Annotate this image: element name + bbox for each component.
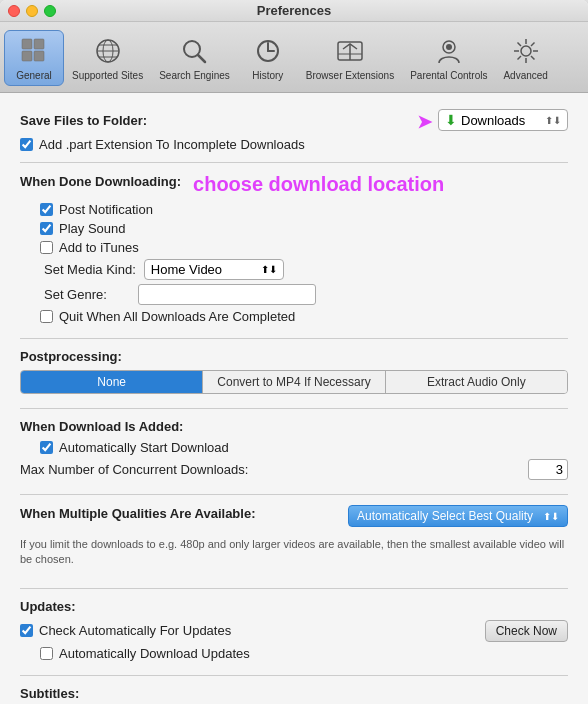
multiple-qualities-section: When Multiple Qualities Are Available: A… xyxy=(20,505,568,574)
quit-when-done-label: Quit When All Downloads Are Completed xyxy=(59,309,295,324)
annotation-arrow: ➤ xyxy=(417,111,432,133)
svg-line-25 xyxy=(531,56,535,60)
toolbar-item-browser-extensions[interactable]: Browser Extensions xyxy=(298,31,402,85)
add-part-checkbox[interactable] xyxy=(20,138,33,151)
media-kind-chevron: ⬆⬇ xyxy=(261,264,277,275)
toolbar-item-advanced[interactable]: Advanced xyxy=(495,31,555,85)
check-now-button[interactable]: Check Now xyxy=(485,620,568,642)
when-added-title: When Download Is Added: xyxy=(20,419,568,434)
parental-controls-icon xyxy=(433,35,465,67)
auto-start-checkbox[interactable] xyxy=(40,441,53,454)
divider-2 xyxy=(20,338,568,339)
supported-sites-icon xyxy=(92,35,124,67)
auto-download-row: Automatically Download Updates xyxy=(20,646,568,661)
max-concurrent-row: Max Number of Concurrent Downloads: xyxy=(20,459,568,480)
toolbar-label-browser-extensions: Browser Extensions xyxy=(306,70,394,81)
postprocessing-segmented: None Convert to MP4 If Necessary Extract… xyxy=(20,370,568,394)
updates-title: Updates: xyxy=(20,599,568,614)
svg-rect-3 xyxy=(34,51,44,61)
when-done-title: When Done Downloading: xyxy=(20,174,181,189)
svg-line-26 xyxy=(531,43,535,47)
genre-input[interactable] xyxy=(138,284,316,305)
downloads-folder-icon: ⬇ xyxy=(445,112,457,128)
add-to-itunes-label: Add to iTunes xyxy=(59,240,139,255)
check-auto-checkbox[interactable] xyxy=(20,624,33,637)
save-files-label: Save Files to Folder: xyxy=(20,113,147,128)
toolbar-item-supported-sites[interactable]: Supported Sites xyxy=(64,31,151,85)
max-concurrent-input[interactable] xyxy=(528,459,568,480)
svg-line-24 xyxy=(517,43,521,47)
minimize-button[interactable] xyxy=(26,5,38,17)
divider-1 xyxy=(20,162,568,163)
toolbar-label-history: History xyxy=(252,70,283,81)
media-kind-row: Set Media Kind: Home Video ⬆⬇ xyxy=(20,259,568,280)
add-to-itunes-checkbox[interactable] xyxy=(40,241,53,254)
check-auto-inner: Check Automatically For Updates xyxy=(20,623,231,638)
postprocessing-title: Postprocessing: xyxy=(20,349,568,364)
toolbar-item-search-engines[interactable]: Search Engines xyxy=(151,31,238,85)
media-kind-value: Home Video xyxy=(151,262,222,277)
maximize-button[interactable] xyxy=(44,5,56,17)
quality-info-text: If you limit the downloads to e.g. 480p … xyxy=(20,533,568,574)
seg-extract-audio[interactable]: Extract Audio Only xyxy=(386,371,567,393)
when-done-section: When Done Downloading: choose download l… xyxy=(20,173,568,324)
auto-start-row: Automatically Start Download xyxy=(20,440,568,455)
toolbar-label-general: General xyxy=(16,70,52,81)
svg-rect-0 xyxy=(22,39,32,49)
auto-download-label: Automatically Download Updates xyxy=(59,646,250,661)
preferences-window: Preferences General xyxy=(0,0,588,704)
toolbar-label-search-engines: Search Engines xyxy=(159,70,230,81)
max-concurrent-label: Max Number of Concurrent Downloads: xyxy=(20,462,248,477)
quality-dropdown[interactable]: Automatically Select Best Quality ⬆⬇ xyxy=(348,505,568,527)
subtitles-section: Subtitles: Download Subtitles xyxy=(20,686,568,704)
traffic-lights xyxy=(8,5,56,17)
seg-none[interactable]: None xyxy=(21,371,203,393)
media-kind-label: Set Media Kind: xyxy=(20,262,136,277)
toolbar-item-history[interactable]: History xyxy=(238,31,298,85)
play-sound-row: Play Sound xyxy=(20,221,568,236)
post-notification-checkbox[interactable] xyxy=(40,203,53,216)
svg-point-18 xyxy=(446,44,452,50)
search-icon xyxy=(178,35,210,67)
quality-chevron: ⬆⬇ xyxy=(543,511,559,522)
add-to-itunes-row: Add to iTunes xyxy=(20,240,568,255)
post-notification-row: Post Notification xyxy=(20,202,568,217)
titlebar: Preferences xyxy=(0,0,588,22)
post-notification-label: Post Notification xyxy=(59,202,153,217)
choose-location-annotation: choose download location xyxy=(193,173,444,196)
subtitles-title: Subtitles: xyxy=(20,686,568,701)
set-genre-row: Set Genre: xyxy=(20,284,568,305)
check-auto-label: Check Automatically For Updates xyxy=(39,623,231,638)
add-part-label: Add .part Extension To Incomplete Downlo… xyxy=(39,137,305,152)
svg-point-19 xyxy=(521,46,531,56)
svg-rect-2 xyxy=(22,51,32,61)
chevron-icon: ⬆⬇ xyxy=(545,115,561,126)
play-sound-label: Play Sound xyxy=(59,221,126,236)
media-kind-dropdown[interactable]: Home Video ⬆⬇ xyxy=(144,259,284,280)
postprocessing-section: Postprocessing: None Convert to MP4 If N… xyxy=(20,349,568,394)
divider-3 xyxy=(20,408,568,409)
dropdown-inner: ⬇ Downloads xyxy=(445,112,525,128)
auto-download-checkbox[interactable] xyxy=(40,647,53,660)
preferences-content: Save Files to Folder: ➤ ⬇ Downloads ⬆⬇ A… xyxy=(0,93,588,704)
toolbar-label-supported-sites: Supported Sites xyxy=(72,70,143,81)
svg-line-10 xyxy=(198,55,205,62)
add-part-row: Add .part Extension To Incomplete Downlo… xyxy=(20,137,568,152)
qualities-title: When Multiple Qualities Are Available: xyxy=(20,506,256,521)
svg-line-27 xyxy=(517,56,521,60)
set-genre-label: Set Genre: xyxy=(20,287,130,302)
play-sound-checkbox[interactable] xyxy=(40,222,53,235)
general-icon xyxy=(18,35,50,67)
close-button[interactable] xyxy=(8,5,20,17)
toolbar-item-general[interactable]: General xyxy=(4,30,64,86)
seg-convert-mp4[interactable]: Convert to MP4 If Necessary xyxy=(203,371,385,393)
toolbar-label-parental-controls: Parental Controls xyxy=(410,70,487,81)
divider-4 xyxy=(20,494,568,495)
check-auto-row: Check Automatically For Updates Check No… xyxy=(20,620,568,642)
when-added-section: When Download Is Added: Automatically St… xyxy=(20,419,568,480)
folder-dropdown[interactable]: ⬇ Downloads ⬆⬇ xyxy=(438,109,568,131)
browser-extensions-icon xyxy=(334,35,366,67)
divider-6 xyxy=(20,675,568,676)
quit-when-done-checkbox[interactable] xyxy=(40,310,53,323)
toolbar-item-parental-controls[interactable]: Parental Controls xyxy=(402,31,495,85)
